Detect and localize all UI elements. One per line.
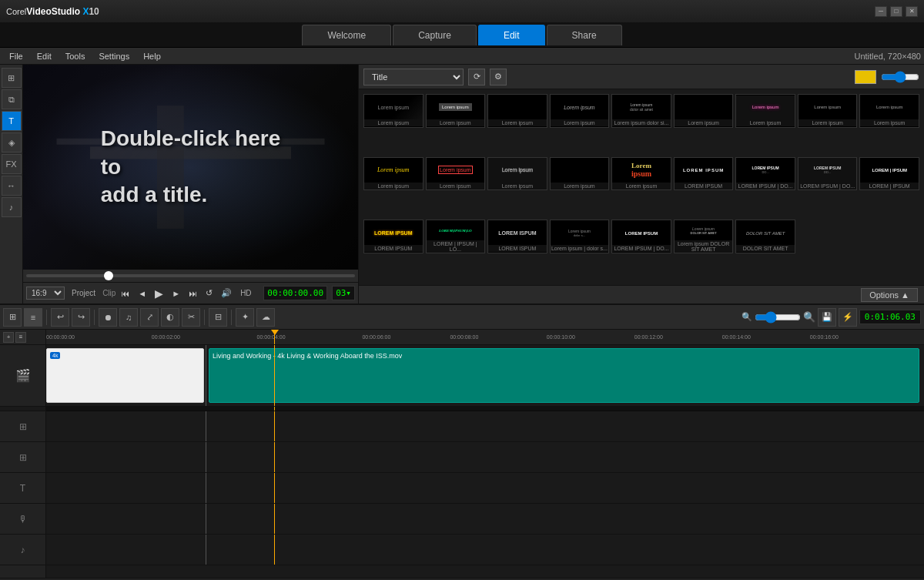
menu-bar: File Edit Tools Settings Help Untitled, … xyxy=(0,48,924,65)
title-thumb-4[interactable]: Lorem ipsum Lorem ipsum xyxy=(550,94,610,128)
music-track[interactable] xyxy=(46,535,924,565)
tl-multi-track-button[interactable]: ⊟ xyxy=(209,308,227,327)
tl-mixer-button[interactable]: ♫ xyxy=(119,308,138,327)
zoom-slider[interactable] xyxy=(881,71,919,83)
menu-file[interactable]: File xyxy=(3,50,29,62)
title-thumb-21[interactable]: LOREM ISPUM LOREM ISPUM xyxy=(487,220,547,253)
repeat-button[interactable]: ↺ xyxy=(203,287,216,300)
refresh-button[interactable]: ⟳ xyxy=(468,69,485,85)
title-thumb-23[interactable]: LOREM IPSUM LOREM IPSUM | DO... xyxy=(611,220,671,253)
tl-save-button[interactable]: 💾 xyxy=(818,308,836,327)
white-clip[interactable]: 4k xyxy=(46,348,204,403)
previous-frame-button[interactable]: ◄ xyxy=(135,287,149,300)
title-thumb-22[interactable]: Lorem ipsumdolor s... Lorem ipsum | dolo… xyxy=(550,220,610,253)
tab-share[interactable]: Share xyxy=(547,25,622,45)
maximize-button[interactable]: □ xyxy=(890,6,902,17)
tl-redo-button[interactable]: ↪ xyxy=(72,308,90,327)
title-thumb-16[interactable]: LOREM IPSUMDO... LOREM IPSUM | DO... xyxy=(735,157,795,191)
tl-timeline-button[interactable]: ≡ xyxy=(24,308,42,327)
title-thumb-1[interactable]: Lorem ipsum Lorem ipsum xyxy=(363,94,424,128)
tl-color-button[interactable]: ◐ xyxy=(161,308,179,327)
play-to-end-button[interactable]: ⏭ xyxy=(186,287,200,300)
title-thumb-15[interactable]: LOREM IPSUM LOREM IPSUM xyxy=(674,157,734,191)
menu-help[interactable]: Help xyxy=(137,50,167,62)
title-thumb-6[interactable]: Lorem ipsum xyxy=(674,94,734,128)
sidebar-audio-icon[interactable]: ♪ xyxy=(2,197,22,217)
tab-capture[interactable]: Capture xyxy=(393,25,477,45)
zoom-out-icon[interactable]: 🔍 xyxy=(742,312,752,322)
ruler-12: 00:00:12:00 xyxy=(634,334,663,340)
scrub-thumb[interactable] xyxy=(104,271,113,280)
voice-track[interactable] xyxy=(46,504,924,535)
next-frame-button[interactable]: ► xyxy=(169,287,183,300)
title-thumb-2[interactable]: Lorem ipsum Lorem ipsum xyxy=(426,94,486,128)
tl-storyboard-button[interactable]: ⊞ xyxy=(3,308,22,327)
zoom-in-icon[interactable]: 🔍 xyxy=(803,311,815,323)
volume-button[interactable]: 🔊 xyxy=(218,287,235,300)
timeline-timecode: 0:01:06.03 xyxy=(859,310,921,324)
title-thumb-25[interactable]: DOLOR SIT AMET DOLOR SIT AMET xyxy=(735,220,795,253)
options-button[interactable]: Options ▲ xyxy=(861,288,918,302)
overlay-track-1[interactable] xyxy=(46,411,924,442)
title-thumb-19[interactable]: LOREM IPSUM LOREM IPSUM xyxy=(363,220,424,253)
menu-tools[interactable]: Tools xyxy=(59,50,92,62)
tl-undo-button[interactable]: ↩ xyxy=(51,308,69,327)
title-thumb-20[interactable]: LOREM|IPSUM|LO LOREM | IPSUM | LO... xyxy=(426,220,486,253)
close-button[interactable]: ✕ xyxy=(906,6,918,17)
sidebar-title-icon[interactable]: T xyxy=(2,111,22,131)
sidebar-video-filter-icon[interactable]: FX xyxy=(2,154,22,174)
tl-cloud-button[interactable]: ☁ xyxy=(256,308,275,327)
play-to-start-button[interactable]: ⏮ xyxy=(118,287,132,300)
sidebar-graphics-icon[interactable]: ◈ xyxy=(2,132,22,153)
sidebar-instant-project-icon[interactable]: ⧉ xyxy=(2,89,22,109)
preview-video[interactable]: Double-click here to add a title. xyxy=(23,65,358,270)
preview-scrubber[interactable] xyxy=(23,270,358,282)
title-thumb-24[interactable]: Lorem ipsumDOLOR SIT AMET Lorem ipsum DO… xyxy=(674,220,734,253)
tl-render-button[interactable]: ⚡ xyxy=(839,308,857,327)
title-thumb-14[interactable]: Loremipsum Lorem ipsum xyxy=(611,157,671,191)
title-thumb-11[interactable]: Lorem ipsum Lorem ipsum xyxy=(426,157,486,191)
title-thumb-9[interactable]: Lorem ipsum Lorem ipsum xyxy=(859,94,919,128)
tl-smart-proxy-button[interactable]: ✦ xyxy=(236,308,254,327)
aspect-ratio-select[interactable]: 16:9 4:3 xyxy=(26,287,65,300)
video-track[interactable]: 4k Living and Working - 4k Living & Work… xyxy=(46,345,924,407)
track-label-overlay: ⊞ xyxy=(0,411,45,442)
timeline-zoom-slider[interactable] xyxy=(755,311,801,324)
playhead-line xyxy=(274,330,275,344)
title-thumb-7[interactable]: Lorem ipsum Lorem ipsum xyxy=(735,94,795,128)
tl-split-button[interactable]: ✂ xyxy=(182,308,200,327)
sidebar-media-icon[interactable]: ⊞ xyxy=(2,68,22,88)
tl-separator-4 xyxy=(231,310,232,325)
tl-record-button[interactable]: ⏺ xyxy=(99,308,117,327)
menu-edit[interactable]: Edit xyxy=(31,50,58,62)
video-clip-main[interactable]: Living and Working - 4k Living & Working… xyxy=(209,348,919,403)
settings-icon-button[interactable]: ⚙ xyxy=(490,69,507,85)
add-track-button[interactable]: + xyxy=(3,332,14,343)
tab-edit[interactable]: Edit xyxy=(478,25,545,45)
view-thumbnail-button[interactable] xyxy=(855,70,876,84)
timeline-tracks-container: 🎬 ⊞ ⊞ T 🎙 ♪ 4k xyxy=(0,345,924,578)
title-thumb-13[interactable]: Lorem ipsum xyxy=(550,157,610,191)
media-toolbar: Title ⟳ ⚙ xyxy=(359,65,924,89)
sidebar-transition-icon[interactable]: ↔ xyxy=(2,176,22,196)
overlay-track-2[interactable] xyxy=(46,442,924,473)
title-thumb-17[interactable]: LOREM IPSUMDO... LOREM IPSUM | DO... xyxy=(798,157,858,191)
track-settings-button[interactable]: ≡ xyxy=(15,332,26,343)
category-select[interactable]: Title xyxy=(363,69,464,85)
preview-panel: Double-click here to add a title. 16:9 4… xyxy=(23,65,358,303)
tl-transitions-button[interactable]: ⤤ xyxy=(140,308,159,327)
title-thumb-18[interactable]: LOREM | IPSUM LOREM | IPSUM xyxy=(859,157,919,191)
title-thumb-3[interactable]: Lorem ipsum xyxy=(487,94,547,128)
play-button[interactable]: ▶ xyxy=(152,286,166,301)
title-thumb-8[interactable]: Lorem ipsum Lorem ipsum xyxy=(798,94,858,128)
title-thumb-10[interactable]: Lorem ipsum Lorem ipsum xyxy=(363,157,424,191)
menu-settings[interactable]: Settings xyxy=(92,50,136,62)
ruler-2: 00:00:02:00 xyxy=(152,334,180,340)
title-track[interactable] xyxy=(46,473,924,504)
title-thumb-5[interactable]: Lorem ipsumdolor sit amet Lorem ipsum do… xyxy=(611,94,671,128)
title-thumb-12[interactable]: Lorem ipsum Lorem ipsum xyxy=(487,157,547,191)
scrub-bar[interactable] xyxy=(26,274,355,277)
tab-welcome[interactable]: Welcome xyxy=(302,25,391,45)
track-labels: 🎬 ⊞ ⊞ T 🎙 ♪ xyxy=(0,345,46,578)
minimize-button[interactable]: ─ xyxy=(875,6,887,17)
